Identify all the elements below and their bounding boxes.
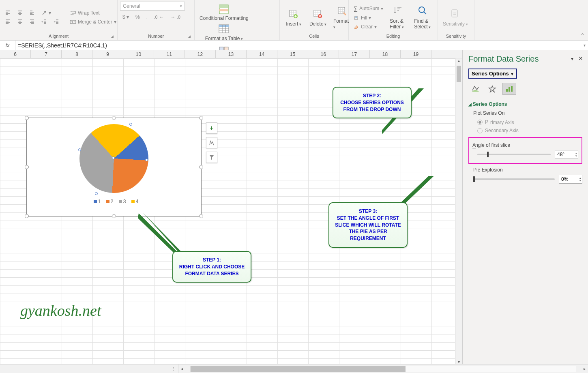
align-right-btn[interactable] (27, 18, 37, 26)
chart-filter-btn[interactable] (206, 152, 217, 163)
svg-rect-18 (506, 89, 508, 92)
alignment-group-label: Alignment (49, 34, 69, 39)
col-12[interactable]: 12 (185, 50, 216, 58)
decrease-indent-btn[interactable] (39, 18, 49, 26)
chart-handle-bm[interactable] (112, 214, 116, 218)
dec-decimal-btn[interactable]: →.0 (168, 13, 182, 21)
angle-input[interactable]: 48°▴▾ (555, 150, 578, 159)
align-left-btn[interactable] (2, 18, 13, 26)
series-point-right[interactable] (145, 159, 148, 161)
callout1-text: RIGHT CLICK AND CHOOSE FORMAT DATA SERIE… (179, 264, 245, 277)
explosion-input[interactable]: 0%▴▾ (559, 175, 582, 184)
callout1-title: STEP 1: (179, 257, 245, 264)
number-format-select[interactable]: General (120, 2, 185, 11)
col-18[interactable]: 18 (370, 50, 401, 58)
col-10[interactable]: 10 (123, 50, 154, 58)
pie-plot[interactable] (79, 124, 148, 193)
vert-scrollbar[interactable] (455, 58, 462, 364)
chart-handle-tm[interactable] (112, 116, 116, 120)
cells-region[interactable]: 1 2 3 4 + S (0, 58, 462, 364)
series-point-center[interactable] (112, 156, 115, 159)
chart-legend[interactable]: 1 2 3 4 (27, 199, 201, 204)
formula-input[interactable]: =SERIES(,,Sheet1!R7C4:R10C4,1) (15, 41, 581, 50)
formula-expand-btn[interactable]: ▾ (581, 43, 588, 47)
sens-group-label: Sensitivity (440, 33, 472, 39)
chart-handle-ml[interactable] (25, 165, 29, 169)
ribbon-collapse-btn[interactable]: ⌃ (580, 32, 585, 39)
spreadsheet-grid[interactable]: 6 7 8 9 10 11 12 13 14 15 16 17 18 19 (0, 50, 462, 364)
chart-handle-tl[interactable] (25, 116, 29, 120)
col-14[interactable]: 14 (247, 50, 277, 58)
wrap-text-label: Wrap Text (78, 10, 100, 16)
col-11[interactable]: 11 (154, 50, 185, 58)
series-options-tab[interactable] (502, 83, 516, 95)
accounting-btn[interactable]: $ ▾ (120, 13, 131, 21)
find-select-btn[interactable]: Find & Select (412, 4, 435, 31)
column-headers[interactable]: 6 7 8 9 10 11 12 13 14 15 16 17 18 19 (0, 50, 462, 58)
format-table-btn[interactable]: Format as Table (203, 21, 245, 43)
col-16[interactable]: 16 (308, 50, 339, 58)
callout2-text: CHOOSE SERIES OPTIONS FROM THE DROP DOWN (339, 99, 405, 113)
angle-first-slice-group: Angle of first slice 48°▴▾ (468, 137, 582, 164)
delete-btn[interactable]: Delete (307, 6, 329, 28)
col-19[interactable]: 19 (401, 50, 431, 58)
chart-handle-tr[interactable] (199, 116, 203, 120)
comma-btn[interactable]: , (144, 13, 150, 21)
sensitivity-btn[interactable]: Sensitivity (440, 6, 470, 28)
explosion-slider[interactable] (473, 178, 555, 180)
sheet-tab-area[interactable]: ⋮ (0, 364, 178, 373)
scroll-right-btn[interactable]: ▸ (584, 367, 586, 371)
increase-indent-btn[interactable] (51, 18, 62, 26)
wrap-text-btn[interactable]: Wrap Text (67, 9, 119, 17)
secondary-axis-label: Secondary Axis (485, 128, 519, 133)
horiz-scrollbar[interactable] (190, 366, 576, 372)
orientation-btn[interactable]: ▾ (39, 9, 62, 17)
series-options-dropdown[interactable]: Series Options ▼ (468, 69, 517, 79)
percent-btn[interactable]: % (133, 13, 142, 21)
col-9[interactable]: 9 (92, 50, 123, 58)
col-13[interactable]: 13 (216, 50, 247, 58)
series-point-left[interactable] (78, 148, 81, 151)
angle-spinner[interactable]: ▴▾ (575, 152, 577, 157)
col-8[interactable]: 8 (62, 50, 92, 58)
primary-axis-radio[interactable]: Primary Axis (477, 118, 582, 126)
number-dialog-launcher[interactable]: ◢ (188, 34, 191, 39)
align-center-btn[interactable] (15, 18, 25, 26)
align-mid-btn[interactable] (15, 9, 25, 17)
chart-handle-br[interactable] (199, 214, 203, 218)
autosum-btn[interactable]: ∑ AutoSum ▾ (351, 4, 386, 13)
fill-line-tab[interactable] (468, 83, 482, 95)
alignment-dialog-launcher[interactable]: ◢ (111, 34, 114, 39)
series-point-bot[interactable] (95, 192, 98, 195)
angle-slider[interactable] (477, 154, 551, 155)
chart-handle-mr[interactable] (199, 165, 203, 169)
merge-center-btn[interactable]: Merge & Center ▾ (67, 18, 119, 26)
col-7[interactable]: 7 (31, 50, 62, 58)
series-options-section-header[interactable]: Series Options (468, 101, 582, 107)
chart-elements-btn[interactable]: + (206, 122, 217, 134)
explosion-input-value: 0% (561, 176, 568, 182)
embedded-pie-chart[interactable]: 1 2 3 4 (26, 118, 202, 217)
insert-btn[interactable]: Insert (282, 6, 305, 28)
pane-title: Format Data Series (468, 54, 582, 64)
series-point-top[interactable] (129, 123, 132, 126)
align-top-btn[interactable] (2, 9, 13, 17)
col-17[interactable]: 17 (339, 50, 370, 58)
secondary-axis-radio[interactable]: Secondary Axis (477, 126, 582, 135)
svg-rect-19 (509, 87, 510, 92)
chart-handle-bl[interactable] (25, 214, 29, 218)
inc-decimal-btn[interactable]: .0← (152, 13, 166, 21)
pane-taskoptions-btn[interactable]: ▾ (571, 56, 573, 62)
col-15[interactable]: 15 (277, 50, 308, 58)
fill-btn[interactable]: Fill ▾ (351, 14, 386, 22)
col-6[interactable]: 6 (0, 50, 31, 58)
angle-input-value: 48° (557, 152, 564, 157)
chart-styles-btn[interactable] (206, 137, 217, 148)
pane-close-btn[interactable]: ✕ (578, 55, 583, 62)
scroll-left-btn[interactable]: ◂ (181, 367, 183, 371)
explosion-spinner[interactable]: ▴▾ (579, 176, 581, 182)
align-bot-btn[interactable] (27, 9, 37, 17)
effects-tab[interactable] (485, 83, 499, 95)
clear-btn[interactable]: Clear ▾ (351, 23, 386, 31)
sort-filter-btn[interactable]: Sort & Filter (387, 4, 410, 31)
